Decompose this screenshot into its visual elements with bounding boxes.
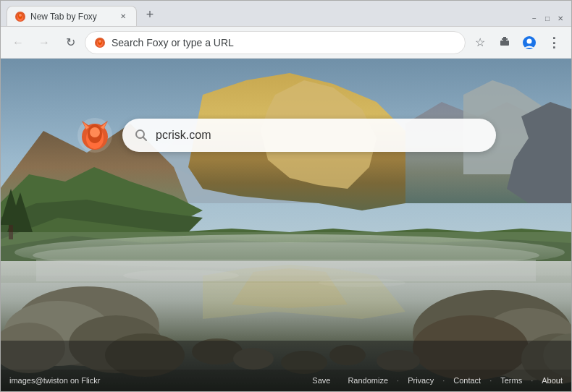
footer-links: Save Randomize · Privacy · Contact · Ter… [312, 376, 563, 385]
forward-icon: → [38, 36, 50, 49]
svg-rect-8 [500, 41, 509, 46]
svg-line-62 [143, 137, 147, 141]
search-box[interactable]: pcrisk.com [122, 119, 496, 152]
svg-point-56 [90, 127, 100, 137]
toolbar: ← → ↻ Search Foxy or type a URL ☆ [1, 27, 571, 59]
back-icon: ← [12, 36, 24, 49]
svg-rect-51 [1, 232, 571, 276]
back-button[interactable]: ← [7, 31, 30, 54]
svg-point-7 [98, 40, 101, 43]
photo-credit: images@twiston on Flickr [9, 376, 100, 385]
address-text: Search Foxy or type a URL [112, 37, 456, 48]
save-link[interactable]: Save [312, 376, 330, 385]
contact-link[interactable]: Contact [453, 376, 481, 385]
page-content: pcrisk.com images@twiston on Flickr Save… [1, 59, 571, 391]
privacy-link[interactable]: Privacy [408, 376, 434, 385]
new-tab-button[interactable]: + [140, 4, 160, 25]
reload-icon: ↻ [66, 35, 75, 49]
terms-link[interactable]: Terms [500, 376, 522, 385]
minimize-button[interactable]: − [529, 13, 539, 23]
about-link[interactable]: About [542, 376, 563, 385]
extensions-icon [499, 35, 510, 50]
address-bar-favicon [94, 37, 106, 48]
close-button[interactable]: ✕ [555, 13, 565, 23]
menu-icon: ⋮ [547, 35, 560, 51]
search-input: pcrisk.com [156, 129, 484, 142]
account-icon [522, 35, 537, 50]
extensions-button[interactable] [493, 31, 516, 54]
svg-point-3 [19, 14, 22, 17]
tab-close-button[interactable]: ✕ [117, 11, 129, 22]
search-widget: pcrisk.com [76, 116, 496, 154]
active-tab[interactable]: New Tab by Foxy ✕ [7, 6, 137, 26]
randomize-link[interactable]: Randomize [348, 376, 388, 385]
reload-button[interactable]: ↻ [59, 31, 82, 54]
title-bar: New Tab by Foxy ✕ + − □ ✕ [1, 1, 571, 27]
account-button[interactable] [518, 31, 541, 54]
bookmark-icon: ☆ [475, 35, 485, 49]
tab-favicon [14, 11, 26, 22]
browser-window: New Tab by Foxy ✕ + − □ ✕ ← → ↻ [0, 0, 572, 392]
forward-button[interactable]: → [33, 31, 56, 54]
svg-point-46 [319, 278, 405, 287]
tab-title: New Tab by Foxy [30, 12, 113, 22]
foxy-logo [76, 116, 114, 154]
window-controls: − □ ✕ [529, 13, 565, 23]
address-bar[interactable]: Search Foxy or type a URL [85, 31, 466, 54]
bookmark-button[interactable]: ☆ [468, 31, 492, 54]
tab-strip: New Tab by Foxy ✕ + [7, 4, 529, 26]
maximize-button[interactable]: □ [542, 13, 552, 23]
page-footer: images@twiston on Flickr Save Randomize … [1, 370, 571, 391]
search-icon [134, 128, 148, 142]
svg-point-10 [527, 38, 532, 43]
background-image [1, 59, 571, 391]
toolbar-right: ☆ ⋮ [468, 31, 565, 54]
menu-button[interactable]: ⋮ [542, 31, 565, 54]
